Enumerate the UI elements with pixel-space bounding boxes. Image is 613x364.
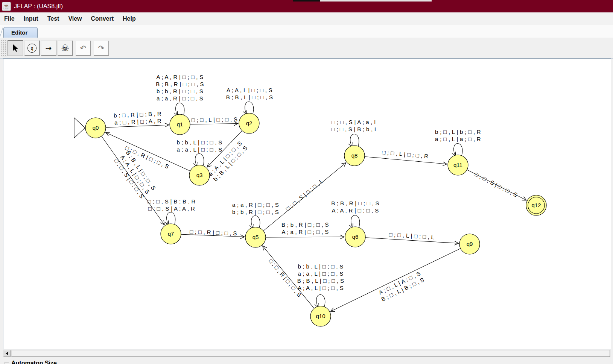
loop-label-q10: b ; b , L | □ ; □ , S a ; a , L | □ ; □ … xyxy=(297,263,344,291)
state-label-q6: q6 xyxy=(352,234,359,240)
cursor-tool[interactable] xyxy=(8,40,23,56)
menu-bar: FileInputTestViewConvertHelp xyxy=(0,12,613,25)
automaton-size-title: Automaton Size xyxy=(11,360,57,364)
menu-item-convert[interactable]: Convert xyxy=(87,15,118,22)
state-label-q7: q7 xyxy=(168,231,174,237)
initial-state-marker xyxy=(74,118,85,138)
tab-strip: Editor xyxy=(0,25,613,38)
tab-editor-label: Editor xyxy=(11,29,27,36)
java-icon: ☕ xyxy=(2,2,11,11)
automaton-diagram: q0q1q2q3q7q5q6q8q9q10q11q12 xyxy=(3,59,611,349)
transition-edge-q9-q10[interactable] xyxy=(331,249,461,311)
loop-label-q7: □ ; □ , S | B ; B , R □ ; □ , S | A ; A … xyxy=(148,198,196,212)
menu-item-view[interactable]: View xyxy=(64,15,86,22)
menu-item-input[interactable]: Input xyxy=(19,15,43,22)
state-label-q1: q1 xyxy=(177,121,183,127)
skull-icon: ☠ xyxy=(61,43,69,53)
state-circle-icon: q xyxy=(27,44,37,53)
transition-edge-q1-q2[interactable] xyxy=(190,123,238,124)
toolbar-drag-grip[interactable] xyxy=(1,39,7,57)
loop-label-q6: B ; B , R | □ ; □ , S A ; A , R | □ ; □ … xyxy=(331,200,379,214)
automaton-canvas[interactable]: q0q1q2q3q7q5q6q8q9q10q11q12A ; A , R | □… xyxy=(3,58,611,349)
state-label-q11: q11 xyxy=(453,162,462,168)
delete-tool[interactable]: ☠ xyxy=(57,40,73,56)
toolbar: q⇝☠↶↷ xyxy=(0,38,613,59)
transition-creator-tool[interactable]: ⇝ xyxy=(41,40,56,56)
menu-item-file[interactable]: File xyxy=(0,15,19,22)
redo-button[interactable]: ↷ xyxy=(93,40,109,56)
menu-item-help[interactable]: Help xyxy=(118,15,140,22)
loop-label-q1: A ; A , R | □ ; □ , S B ; B , R | □ ; □ … xyxy=(156,73,204,102)
title-bar: ☕ JFLAP : (UAS8.jff) xyxy=(0,0,613,12)
loop-label-q5: a ; a , R | □ ; □ , S b ; b , R | □ ; □ … xyxy=(232,201,279,215)
loop-label-q8: □ ; □ , S | A ; a , L □ ; □ , S | B ; b … xyxy=(331,118,377,133)
loop-label-q2: A ; A , L | □ ; □ , S B ; B , L | □ ; □ … xyxy=(226,86,273,101)
state-label-q12: q12 xyxy=(531,202,541,208)
loop-label-q11: b ; □ , L | b ; □ , R a ; □ , L | a ; □ … xyxy=(435,128,481,143)
state-label-q5: q5 xyxy=(253,234,259,240)
left-arrow-icon xyxy=(6,352,8,355)
undo-arrow-icon: ↶ xyxy=(80,44,87,53)
scrollbar-left-arrow-button[interactable] xyxy=(3,350,11,357)
bottom-panel: Automaton Size xyxy=(0,358,613,364)
edge-label-q5-q6: B ; b , R | □ ; □ , S A ; a , R | □ ; □ … xyxy=(281,221,329,235)
edge-label-q0-q1: b ; □ , R | □ ; B , R a ; □ , R | □ ; A … xyxy=(114,110,162,126)
state-label-q10: q10 xyxy=(316,313,325,319)
window-title: JFLAP : (UAS8.jff) xyxy=(14,3,63,10)
state-label-q3: q3 xyxy=(196,172,203,178)
transition-edge-q5-q6[interactable] xyxy=(266,237,344,237)
tab-editor[interactable]: Editor xyxy=(3,27,38,38)
titled-border-corner xyxy=(5,362,9,364)
transition-arrow-icon: ⇝ xyxy=(46,44,52,53)
state-label-q9: q9 xyxy=(467,241,473,247)
background-window-strip-dark xyxy=(293,0,320,2)
undo-button[interactable]: ↶ xyxy=(75,40,91,56)
state-label-q0: q0 xyxy=(93,124,99,131)
horizontal-scrollbar[interactable] xyxy=(3,350,610,357)
scrollbar-thumb[interactable] xyxy=(11,350,610,357)
edge-label-q1-q2: □ ; □ , L | □ ; □ , S xyxy=(192,116,238,124)
state-label-q8: q8 xyxy=(351,152,358,159)
redo-arrow-icon: ↷ xyxy=(98,44,105,53)
menu-item-test[interactable]: Test xyxy=(43,15,64,22)
state-label-q2: q2 xyxy=(246,120,253,126)
mouse-arrow-icon xyxy=(12,44,19,52)
loop-label-q3: b ; b , L | □ ; □ , S a ; a , L | □ ; □ … xyxy=(176,139,222,153)
state-creator-tool[interactable]: q xyxy=(24,40,40,56)
background-window-strip-light xyxy=(320,0,432,2)
